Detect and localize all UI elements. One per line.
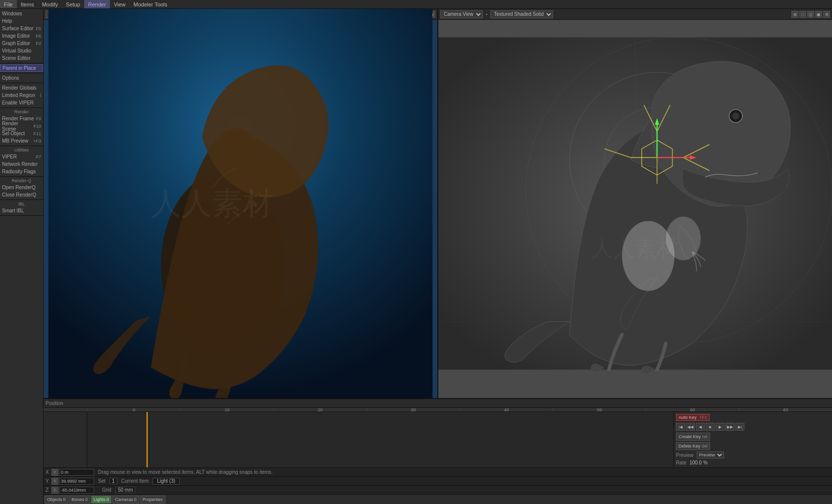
render-section: Render Render Frame F9 Render Scene F10 … [0, 108, 43, 146]
properties-btn[interactable]: Properties [140, 496, 165, 504]
options-section: Options [0, 73, 43, 83]
timeline-track-labels [44, 412, 87, 467]
menu-modeler-tools[interactable]: Modeler Tools [130, 0, 171, 8]
viewport-row: Camera View VPR ⊞ □ ◫ ▣ [44, 9, 832, 398]
z-position: Z E [46, 487, 94, 494]
utilities-section: Utilities VIPER F7 Network Render Radios… [0, 146, 43, 177]
step-back[interactable]: ◀◀ [686, 423, 695, 431]
timeline-tracks: Auto Key +F1 |◀ ◀◀ ◀ ■ ▶ ▶▶ ▶| [44, 412, 832, 467]
sidebar-item-render-globals[interactable]: Render Globals [0, 84, 43, 92]
x-position: X E [46, 469, 94, 476]
right-viewport-scene[interactable]: 人人素材 [438, 9, 832, 398]
status-bar-3: Z E Grid 50 mm [44, 485, 832, 494]
menu-render[interactable]: Render [84, 0, 110, 8]
z-label: Z [46, 487, 51, 493]
stop[interactable]: ■ [706, 423, 715, 431]
y-position: Y E [46, 478, 94, 485]
bottom-toolbar: Objects 0 Bones 0 Lights 0 Cameras 0 Pro… [44, 494, 832, 504]
sidebar-item-sel-object[interactable]: Sel Object F11 [0, 130, 43, 137]
left-sidebar: Windows Help Surface Editor F5 Image Edi… [0, 9, 44, 504]
ruler-60a: 60 [646, 408, 739, 412]
x-envelope[interactable]: E [52, 469, 58, 476]
position-label: Position [46, 401, 63, 406]
sidebar-item-surface-editor[interactable]: Surface Editor F5 [0, 25, 43, 32]
svg-text:人人素材: 人人素材 [591, 236, 678, 260]
auto-key-button[interactable]: Auto Key +F1 [676, 414, 710, 421]
bones-btn[interactable]: Bones 0 [69, 496, 91, 504]
ruler-40: 40 [460, 408, 553, 412]
transport-controls: |◀ ◀◀ ◀ ■ ▶ ▶▶ ▶| [676, 423, 744, 431]
sidebar-item-virtual-studio[interactable]: Virtual Studio [0, 47, 43, 54]
menu-items[interactable]: Items [17, 0, 38, 8]
preview-select[interactable]: Preview [697, 452, 724, 458]
status-bar-2: Y E Set 1 Current Item Light (3) [44, 476, 832, 485]
set-label: Set [98, 478, 105, 484]
play-forward[interactable]: ▶ [716, 423, 725, 431]
ruler-0: 0 [87, 408, 180, 412]
create-key-button[interactable]: Create Key ret [676, 433, 710, 441]
sidebar-item-close-renderq[interactable]: Close RenderQ [0, 191, 43, 199]
menu-view[interactable]: View [110, 0, 130, 8]
sidebar-item-radiosity-flags[interactable]: Radiosity Flags [0, 168, 43, 175]
step-forward[interactable]: ▶▶ [726, 423, 734, 431]
objects-btn[interactable]: Objects 0 [45, 496, 68, 504]
menu-file[interactable]: File [0, 0, 17, 8]
sidebar-item-mb-preview[interactable]: MB Preview +F3 [0, 137, 43, 145]
render-globals-section: Render Globals Limited Region l Enable V… [0, 83, 43, 108]
rewind-to-start[interactable]: |◀ [676, 423, 685, 431]
lights-btn[interactable]: Lights 0 [91, 496, 111, 504]
drag-message: Drag mouse in view to move selected item… [98, 469, 830, 475]
ruler-marks: 0 10 20 30 40 50 60 60 [44, 408, 832, 412]
viewport-left[interactable]: Camera View VPR ⊞ □ ◫ ▣ [44, 9, 438, 398]
ruler-50: 50 [553, 408, 646, 412]
ruler-10: 10 [180, 408, 273, 412]
delete-key-button[interactable]: Delete Key del [676, 442, 710, 450]
sidebar-item-parent-in-place[interactable]: Parent in Place [0, 64, 43, 72]
timeline-track-area[interactable] [87, 412, 674, 467]
rate-label: Rate [676, 460, 686, 465]
grid-value: 50 mm [115, 487, 136, 493]
sidebar-item-enable-viper[interactable]: Enable VIPER [0, 99, 43, 106]
ruler-60b: 60 [739, 408, 832, 412]
current-item-value: Light (3) [153, 478, 180, 485]
left-viewport-scene[interactable]: 人人素材 [44, 9, 437, 398]
parent-section: Parent in Place [0, 63, 43, 73]
sidebar-item-options[interactable]: Options [0, 74, 43, 82]
y-input[interactable] [59, 478, 94, 485]
z-input[interactable] [59, 487, 94, 494]
timeline-playhead[interactable] [147, 412, 148, 467]
ruler-30: 30 [366, 408, 460, 412]
sidebar-item-image-editor[interactable]: Image Editor F6 [0, 32, 43, 40]
timeline: Position 0 10 20 30 40 50 60 60 [44, 398, 832, 467]
sidebar-item-render-scene[interactable]: Render Scene F10 [0, 122, 43, 130]
sidebar-item-viper[interactable]: VIPER F7 [0, 153, 43, 160]
sidebar-item-open-renderq[interactable]: Open RenderQ [0, 184, 43, 191]
main-content: Windows Help Surface Editor F5 Image Edi… [0, 9, 832, 504]
advance-to-end[interactable]: ▶| [735, 423, 744, 431]
sidebar-item-limited-region[interactable]: Limited Region l [0, 92, 43, 99]
play-back[interactable]: ◀ [696, 423, 705, 431]
sidebar-item-network-render[interactable]: Network Render [0, 160, 43, 168]
preview-label: Preview [676, 453, 694, 458]
z-envelope[interactable]: E [52, 487, 58, 494]
sidebar-item-scene-editor[interactable]: Scene Editor [0, 54, 43, 62]
y-envelope[interactable]: E [52, 478, 58, 485]
x-input[interactable] [59, 469, 94, 476]
timeline-ruler: 0 10 20 30 40 50 60 60 [44, 408, 832, 412]
windows-section: Windows Help Surface Editor F5 Image Edi… [0, 9, 43, 63]
viewport-right[interactable]: Camera View ▪ Textured Shaded Solid ⊞ □ … [438, 9, 832, 398]
menu-bar: File Items Modify Setup Render View Mode… [0, 0, 832, 9]
svg-point-14 [732, 112, 739, 119]
x-label: X [46, 469, 51, 475]
cameras-btn[interactable]: Cameras 0 [112, 496, 139, 504]
sidebar-item-smart-ibl[interactable]: Smart IBL [0, 207, 43, 214]
svg-text:人人素材: 人人素材 [151, 186, 274, 220]
ruler-20: 20 [273, 408, 366, 412]
renderq-section: Render-Q Open RenderQ Close RenderQ [0, 177, 43, 200]
sidebar-item-graph-editor[interactable]: Graph Editor F2 [0, 40, 43, 47]
sidebar-item-windows[interactable]: Windows [0, 10, 43, 17]
sidebar-item-help[interactable]: Help [0, 17, 43, 25]
menu-setup[interactable]: Setup [62, 0, 84, 8]
grid-label: Grid [102, 487, 111, 493]
menu-modify[interactable]: Modify [38, 0, 62, 8]
